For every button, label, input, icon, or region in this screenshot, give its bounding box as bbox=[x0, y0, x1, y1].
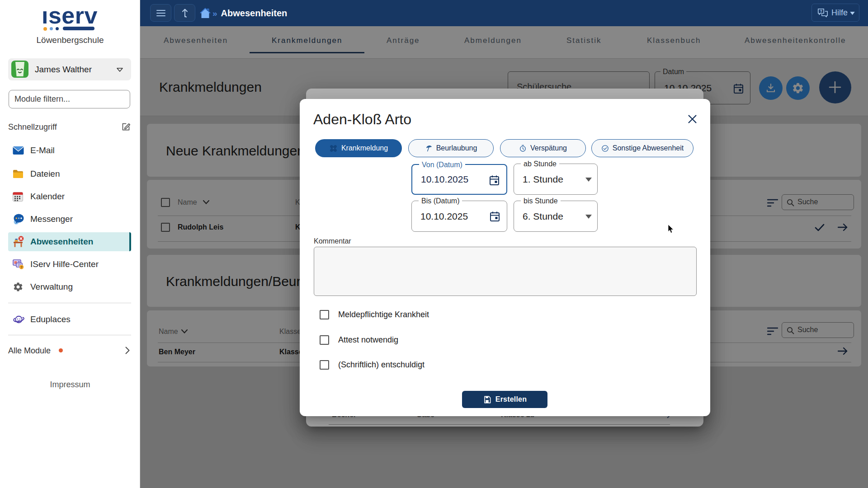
svg-text:?: ? bbox=[820, 9, 822, 14]
svg-text:?: ? bbox=[20, 265, 23, 269]
